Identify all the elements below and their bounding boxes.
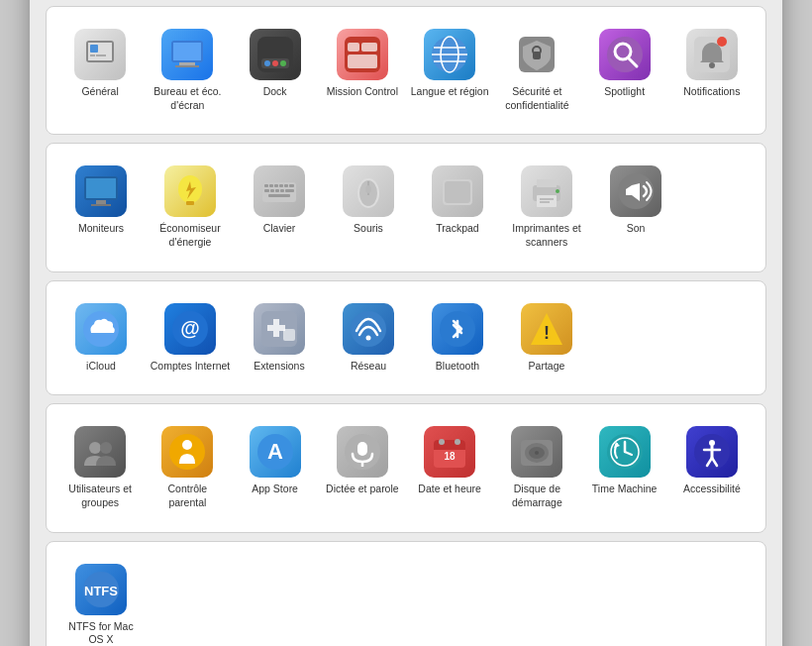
svg-rect-45 [264, 189, 269, 192]
reseau-label: Réseau [351, 360, 386, 374]
pref-item-trackpad[interactable]: Trackpad [413, 160, 502, 255]
svg-point-30 [709, 62, 715, 68]
securite-label: Sécurité et confidentialité [497, 85, 576, 112]
pref-item-spotlight[interactable]: Spotlight [581, 23, 668, 118]
pref-item-date[interactable]: 18 Date et heure [406, 420, 493, 515]
svg-rect-35 [91, 204, 111, 206]
pref-item-disque[interactable]: Disque de démarrage [493, 420, 580, 515]
bluetooth-label: Bluetooth [436, 360, 479, 374]
icons-row-5: NTFS NTFS for Mac OS X [56, 558, 756, 646]
clavier-icon [254, 165, 305, 217]
svg-rect-8 [175, 65, 199, 67]
pref-item-moniteurs[interactable]: Moniteurs [56, 160, 146, 255]
mission-label: Mission Control [327, 85, 398, 99]
pref-item-comptes[interactable]: @ Comptes Internet [146, 297, 235, 379]
ntfs-icon: NTFS [75, 564, 127, 615]
partage-icon: ! [521, 303, 572, 355]
energie-label: Économiseur d'énergie [150, 222, 231, 249]
svg-point-92 [535, 451, 539, 455]
souris-label: Souris [354, 222, 383, 236]
pref-item-partage[interactable]: ! Partage [502, 297, 591, 379]
trackpad-label: Trackpad [436, 222, 478, 236]
pref-item-bluetooth[interactable]: Bluetooth [413, 297, 502, 379]
energie-icon [164, 165, 216, 217]
pref-item-dock[interactable]: Dock [232, 23, 319, 118]
pref-item-mission[interactable]: Mission Control [319, 23, 406, 118]
svg-rect-43 [284, 184, 288, 187]
appstore-icon: A [250, 426, 301, 478]
svg-point-54 [365, 185, 371, 193]
pref-item-general[interactable]: Général [56, 23, 144, 118]
son-icon [610, 165, 661, 217]
pref-item-reseau[interactable]: Réseau [324, 297, 413, 379]
reseau-icon [343, 303, 394, 355]
pref-item-energie[interactable]: Économiseur d'énergie [146, 160, 235, 255]
pref-item-ntfs[interactable]: NTFS NTFS for Mac OS X [56, 558, 146, 646]
svg-rect-16 [361, 43, 377, 52]
svg-rect-42 [279, 184, 283, 187]
pref-item-parentale[interactable]: Contrôle parental [144, 420, 231, 515]
pref-item-timemachine[interactable]: Time Machine [581, 420, 668, 515]
pref-item-notif[interactable]: Notifications [668, 23, 756, 118]
notif-icon [686, 29, 738, 80]
svg-rect-37 [186, 201, 194, 205]
pref-item-son[interactable]: Son [591, 160, 680, 255]
svg-rect-58 [537, 179, 557, 187]
svg-text:!: ! [544, 323, 550, 343]
accessibilite-label: Accessibilité [683, 483, 741, 496]
pref-item-utilisateurs[interactable]: Utilisateurs et groupes [56, 420, 144, 515]
svg-rect-3 [90, 54, 95, 56]
utilisateurs-icon [74, 426, 126, 478]
svg-text:A: A [267, 439, 283, 464]
dictee-icon [337, 426, 388, 478]
parentale-icon [161, 426, 213, 478]
pref-item-souris[interactable]: Souris [324, 160, 413, 255]
bluetooth-icon [432, 303, 483, 355]
general-label: Général [81, 85, 118, 99]
svg-rect-2 [90, 45, 98, 53]
timemachine-icon [599, 426, 651, 478]
svg-rect-4 [96, 54, 106, 56]
ntfs-label: NTFS for Mac OS X [60, 620, 142, 646]
pref-item-accessibilite[interactable]: Accessibilité [668, 420, 756, 515]
pref-item-securite[interactable]: Sécurité et confidentialité [493, 23, 580, 118]
icons-row-2: Moniteurs Économiseur d'énergie Clavier [56, 160, 756, 255]
pref-item-dictee[interactable]: Dictée et parole [319, 420, 406, 515]
svg-rect-6 [173, 43, 201, 60]
svg-point-69 [351, 311, 386, 347]
content-area: Général Bureau et éco. d'écran Dock [30, 0, 782, 646]
pref-item-langue[interactable]: Langue et région [406, 23, 493, 118]
pref-item-extensions[interactable]: Extensions [235, 297, 324, 379]
pref-item-icloud[interactable]: iCloud [56, 297, 146, 379]
svg-rect-34 [96, 200, 106, 204]
section-system: Utilisateurs et groupes Contrôle parenta… [46, 403, 766, 532]
svg-rect-33 [86, 178, 116, 198]
disque-label: Disque de démarrage [497, 483, 576, 509]
svg-point-74 [89, 442, 101, 454]
utilisateurs-label: Utilisateurs et groupes [60, 483, 140, 509]
pref-item-clavier[interactable]: Clavier [235, 160, 324, 255]
imprimantes-label: Imprimantes et scanners [506, 222, 587, 249]
general-icon [74, 29, 126, 80]
pref-item-appstore[interactable]: A App Store [232, 420, 319, 515]
imprimantes-icon [521, 165, 572, 217]
svg-point-60 [556, 189, 559, 193]
mission-icon [337, 29, 388, 80]
accessibilite-icon [686, 426, 738, 478]
svg-point-12 [272, 60, 278, 66]
svg-point-77 [182, 440, 192, 450]
pref-item-imprimantes[interactable]: Imprimantes et scanners [502, 160, 591, 255]
svg-rect-15 [348, 43, 359, 52]
svg-rect-56 [445, 181, 470, 203]
svg-point-86 [439, 439, 445, 445]
pref-item-bureau[interactable]: Bureau et éco. d'écran [144, 23, 231, 118]
icloud-label: iCloud [86, 360, 116, 374]
icloud-icon [75, 303, 127, 355]
dictee-label: Dictée et parole [326, 483, 399, 496]
bureau-label: Bureau et éco. d'écran [148, 85, 227, 112]
svg-rect-81 [357, 442, 367, 456]
svg-point-75 [100, 442, 112, 454]
svg-rect-44 [289, 184, 294, 187]
svg-rect-40 [269, 184, 273, 187]
icons-row-3: iCloud @ Comptes Internet Extensions [56, 297, 756, 379]
